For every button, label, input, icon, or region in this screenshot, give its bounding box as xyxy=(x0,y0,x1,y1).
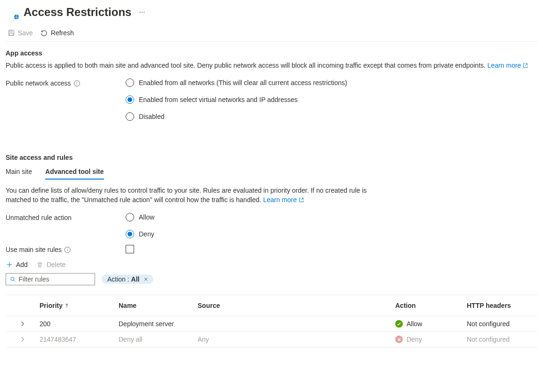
app-access-desc: Public access is applied to both main si… xyxy=(6,61,537,70)
col-name[interactable]: Name xyxy=(119,302,198,309)
allow-icon xyxy=(395,320,403,328)
site-rules-title: Site access and rules xyxy=(6,154,537,161)
cell-action: Deny xyxy=(395,336,467,343)
public-network-access-label: Public network access xyxy=(6,78,126,87)
filter-rules-input[interactable] xyxy=(19,275,91,283)
external-link-icon xyxy=(299,197,304,203)
site-rules-section: Site access and rules Main site Advanced… xyxy=(6,146,537,347)
radio-disabled[interactable]: Disabled xyxy=(126,112,347,121)
cell-http-headers: Not configured xyxy=(467,336,537,343)
external-link-icon xyxy=(523,63,528,68)
cell-source: Any xyxy=(198,336,395,343)
cell-priority: 200 xyxy=(40,320,119,328)
unmatched-rule-action-radiogroup: Allow Deny xyxy=(126,213,154,238)
filter-pill-action[interactable]: Action : All xyxy=(102,274,153,284)
info-icon[interactable] xyxy=(64,247,71,253)
shield-icon xyxy=(6,6,18,18)
radio-enabled-all[interactable]: Enabled from all networks (This will cle… xyxy=(126,78,347,87)
deny-icon xyxy=(395,336,403,343)
svg-rect-1 xyxy=(10,30,12,32)
pill-clear-icon[interactable] xyxy=(142,275,150,283)
tab-main-site[interactable]: Main site xyxy=(6,165,32,179)
more-actions-button[interactable]: ··· xyxy=(137,8,147,16)
refresh-label: Refresh xyxy=(51,29,74,37)
public-network-access-radiogroup: Enabled from all networks (This will cle… xyxy=(126,78,347,121)
col-action[interactable]: Action xyxy=(395,302,467,309)
save-icon xyxy=(8,29,15,37)
col-source[interactable]: Source xyxy=(198,302,395,309)
chevron-right-icon xyxy=(20,337,25,342)
svg-rect-2 xyxy=(9,33,13,35)
site-tabs: Main site Advanced tool site xyxy=(6,165,537,179)
add-button[interactable]: Add xyxy=(6,261,28,268)
plus-icon xyxy=(6,261,13,268)
radio-enabled-select[interactable]: Enabled from select virtual networks and… xyxy=(126,95,347,104)
use-main-site-rules-label: Use main site rules xyxy=(6,245,126,253)
cell-http-headers: Not configured xyxy=(467,320,537,328)
table-row[interactable]: 2147483647Deny allAnyDenyNot configured xyxy=(6,332,537,347)
site-rules-desc: You can define lists of allow/deny rules… xyxy=(6,186,382,204)
refresh-icon xyxy=(40,29,48,37)
svg-point-3 xyxy=(11,277,14,281)
app-access-section: App access Public access is applied to b… xyxy=(6,42,537,121)
delete-button[interactable]: Delete xyxy=(36,261,65,268)
use-main-site-rules-checkbox[interactable] xyxy=(126,245,134,253)
sort-asc-icon xyxy=(64,303,69,308)
learn-more-link[interactable]: Learn more xyxy=(487,61,528,70)
rules-toolbar: Add Delete xyxy=(6,257,537,273)
rules-table: Priority Name Source Action HTTP headers… xyxy=(6,295,537,347)
app-access-title: App access xyxy=(6,49,537,57)
table-header: Priority Name Source Action HTTP headers xyxy=(6,295,537,316)
cell-name: Deny all xyxy=(119,336,198,343)
page-title: Access Restrictions xyxy=(24,6,131,19)
info-icon[interactable] xyxy=(74,80,80,86)
filter-row: Action : All xyxy=(6,273,537,285)
cell-name: Deployment server xyxy=(119,320,198,328)
command-bar: Save Refresh xyxy=(6,24,537,42)
col-priority[interactable]: Priority xyxy=(40,302,119,309)
table-row[interactable]: 200Deployment serverAllowNot configured xyxy=(6,316,537,332)
chevron-right-icon xyxy=(20,321,25,327)
radio-deny[interactable]: Deny xyxy=(126,230,154,238)
tab-advanced-tool-site[interactable]: Advanced tool site xyxy=(45,165,104,179)
cell-action: Allow xyxy=(395,320,467,328)
filter-rules-input-wrap[interactable] xyxy=(6,273,95,285)
refresh-button[interactable]: Refresh xyxy=(40,29,74,37)
radio-allow[interactable]: Allow xyxy=(126,213,154,221)
col-http-headers[interactable]: HTTP headers xyxy=(467,302,537,309)
cell-priority: 2147483647 xyxy=(40,336,119,343)
save-label: Save xyxy=(18,29,33,37)
trash-icon xyxy=(36,261,44,268)
unmatched-rule-action-label: Unmatched rule action xyxy=(6,213,126,221)
page-header: Access Restrictions ··· xyxy=(6,4,537,24)
save-button[interactable]: Save xyxy=(8,29,33,37)
learn-more-link[interactable]: Learn more xyxy=(263,195,304,204)
search-icon xyxy=(10,276,16,282)
